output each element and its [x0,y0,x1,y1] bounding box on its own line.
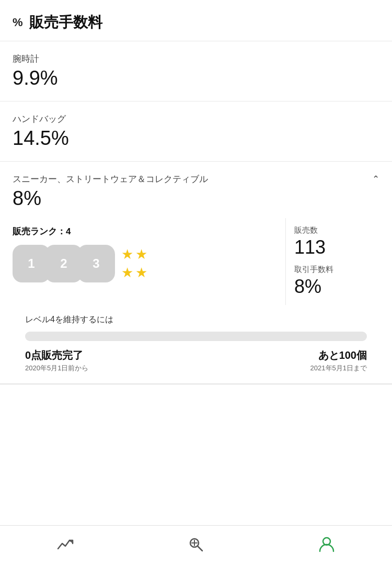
transaction-fee-value: 8% [294,276,379,298]
watch-fee-value: 9.9% [13,67,379,89]
nav-search[interactable] [131,526,261,567]
rank-title: 販売ランク：4 [13,225,285,237]
star-icon-4: ★ [135,265,147,281]
sales-count-value: 113 [294,236,379,258]
rank-badge-2: 2 [45,245,83,282]
rank-badge-1: 1 [13,245,50,282]
sneaker-category-label: スニーカー、ストリートウェア＆コレクティブル [13,173,208,185]
percent-icon: % [13,16,23,29]
page-header: % 販売手数料 [0,0,392,41]
search-icon [188,536,204,557]
sales-count-label: 販売数 [294,225,379,235]
bottom-nav [0,525,392,567]
sneaker-header[interactable]: スニーカー、ストリートウェア＆コレクティブル ⌃ [13,173,379,185]
section-divider [0,384,392,384]
progress-remaining: あと100個 [310,348,367,362]
handbag-category-label: ハンドバッグ [13,113,379,125]
rank-right-panel: 販売数 113 取引手数料 8% [285,218,379,305]
progress-section: レベル4を維持するには 0点販売完了 2020年5月1日前から あと100個 2… [13,305,379,383]
transaction-fee-label: 取引手数料 [294,265,379,275]
chevron-up-icon[interactable]: ⌃ [372,174,379,185]
progress-label: レベル4を維持するには [25,314,367,325]
star-icon-3: ★ [121,265,133,281]
rank-left-panel: 販売ランク：4 1 2 3 ★ ★ ★ ★ [13,218,285,305]
watch-fee-section[interactable]: 腕時計 9.9% [0,41,392,101]
nav-profile[interactable] [261,526,392,567]
person-icon [319,536,335,557]
nav-trends[interactable] [0,526,131,567]
trending-icon [57,537,74,555]
star-icon-2: ★ [135,246,147,263]
progress-completed: 0点販売完了 [25,348,88,362]
svg-line-1 [198,546,202,551]
rank-badge-3: 3 [77,245,115,282]
progress-stats: 0点販売完了 2020年5月1日前から あと100個 2021年5月1日まで [25,348,367,373]
progress-right-stats: あと100個 2021年5月1日まで [310,348,367,373]
star-icon-1: ★ [121,246,133,263]
watch-category-label: 腕時計 [13,53,379,65]
sneaker-fee-value: 8% [13,187,379,210]
rank-stars: ★ ★ ★ ★ [121,246,147,281]
progress-left-stats: 0点販売完了 2020年5月1日前から [25,348,88,373]
handbag-fee-section[interactable]: ハンドバッグ 14.5% [0,101,392,162]
sneaker-fee-section[interactable]: スニーカー、ストリートウェア＆コレクティブル ⌃ 8% 販売ランク：4 1 2 … [0,162,392,384]
page-title: 販売手数料 [29,13,102,32]
progress-end-date: 2021年5月1日まで [310,364,367,373]
progress-bar-background [25,332,367,341]
stars-row-1: ★ ★ [121,246,147,263]
handbag-fee-value: 14.5% [13,127,379,150]
rank-panel: 販売ランク：4 1 2 3 ★ ★ ★ ★ 販売数 113 [13,218,379,305]
progress-start-date: 2020年5月1日前から [25,364,88,373]
rank-badges: 1 2 3 ★ ★ ★ ★ [13,245,285,282]
stars-row-2: ★ ★ [121,265,147,281]
